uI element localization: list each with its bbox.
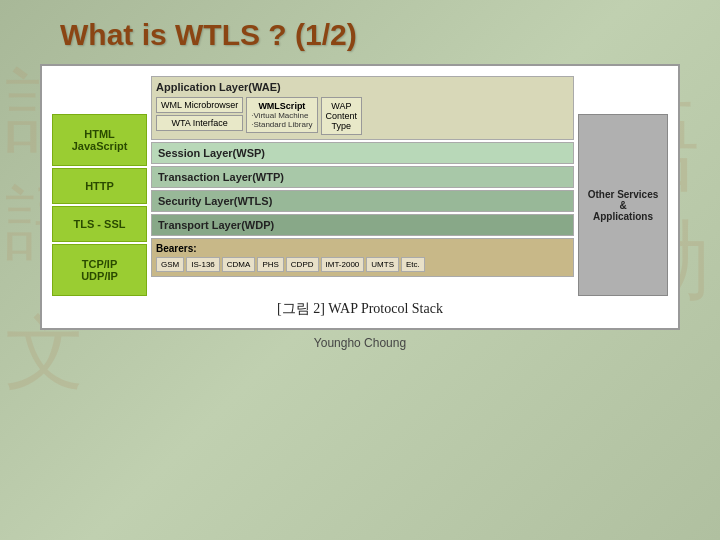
wmlscript-line1: ·Virtual Machine <box>251 111 312 120</box>
bearer-cdpd: CDPD <box>286 257 319 272</box>
bearer-phs: PHS <box>257 257 283 272</box>
wmlscript-title: WMLScript <box>251 101 312 111</box>
session-layer: Session Layer(WSP) <box>151 142 574 164</box>
left-label-tls: TLS - SSL <box>52 206 147 242</box>
wmlscript-box: WMLScript ·Virtual Machine ·Standard Lib… <box>246 97 317 133</box>
bearer-etc: Etc. <box>401 257 425 272</box>
application-layer-title: Application Layer(WAE) <box>156 81 569 93</box>
transport-layer: Transport Layer(WDP) <box>151 214 574 236</box>
wap-content-box: WAPContentType <box>321 97 363 135</box>
bearers-title: Bearers: <box>156 243 569 254</box>
transaction-layer: Transaction Layer(WTP) <box>151 166 574 188</box>
left-label-http: HTTP <box>52 168 147 204</box>
diagram-caption: [그림 2] WAP Protocol Stack <box>52 300 668 318</box>
app-inner: WML Microbrowser WTA Interface WMLScript… <box>156 97 569 135</box>
bearer-items: GSM IS-136 CDMA PHS CDPD IMT-2000 UMTS E… <box>156 257 569 272</box>
bearer-is136: IS-136 <box>186 257 220 272</box>
bearer-gsm: GSM <box>156 257 184 272</box>
wml-microbrowser-box: WML Microbrowser <box>156 97 243 113</box>
security-layer: Security Layer(WTLS) <box>151 190 574 212</box>
bearers-section: Bearers: GSM IS-136 CDMA PHS CDPD IMT-20… <box>151 238 574 277</box>
diagram-area: HTMLJavaScript HTTP TLS - SSL TCP/IPUDP/… <box>40 64 680 330</box>
wta-interface-box: WTA Interface <box>156 115 243 131</box>
diagram-main: HTMLJavaScript HTTP TLS - SSL TCP/IPUDP/… <box>52 76 668 296</box>
left-labels: HTMLJavaScript HTTP TLS - SSL TCP/IPUDP/… <box>52 76 147 296</box>
footer: Youngho Choung <box>314 336 406 350</box>
other-services-box: Other Services&Applications <box>578 114 668 296</box>
wmlscript-line2: ·Standard Library <box>251 120 312 129</box>
application-layer: Application Layer(WAE) WML Microbrowser … <box>151 76 574 140</box>
app-sub-left: WML Microbrowser WTA Interface <box>156 97 243 131</box>
slide-title: What is WTLS ? (1/2) <box>60 18 357 52</box>
bearer-imt2000: IMT-2000 <box>321 257 365 272</box>
bearer-umts: UMTS <box>366 257 399 272</box>
left-label-tcp: TCP/IPUDP/IP <box>52 244 147 296</box>
middle-layers: Application Layer(WAE) WML Microbrowser … <box>151 76 574 296</box>
slide-container: What is WTLS ? (1/2) HTMLJavaScript HTTP… <box>0 0 720 540</box>
bearer-cdma: CDMA <box>222 257 256 272</box>
left-label-html: HTMLJavaScript <box>52 114 147 166</box>
